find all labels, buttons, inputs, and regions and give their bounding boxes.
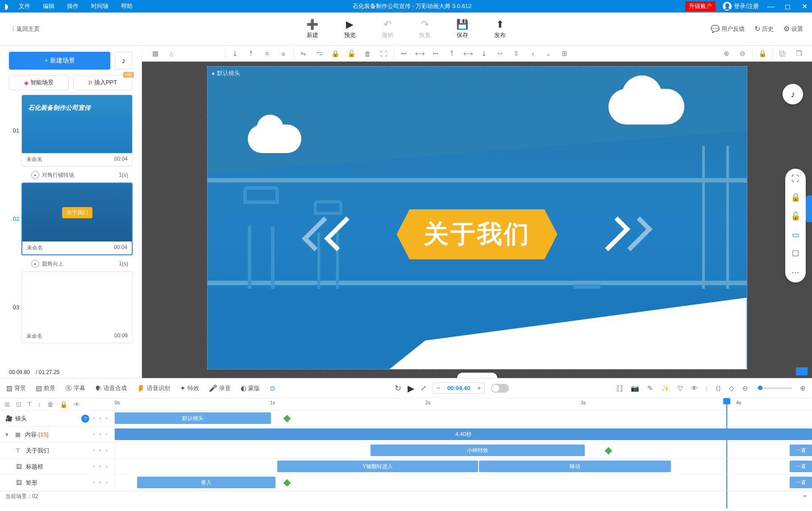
canvas-stage[interactable]: 默认镜头 关于我们 ⌄ ♪ ⛶ 🔒 🔓 ▭ ☐ [142, 62, 812, 378]
lock-closed-icon[interactable]: 🔒 [791, 192, 800, 202]
side-panel-tab[interactable] [806, 195, 812, 222]
music-button[interactable]: ♪ [115, 52, 133, 70]
timeline-lanes[interactable]: 0s 1s 2s 3s 4s 默认镜头 4.40秒 小样特效 一直 Y轴翻转进入 [115, 398, 812, 491]
effect-button[interactable]: ✦特效 [180, 384, 199, 392]
lock-open-icon[interactable]: 🔓 [791, 211, 800, 221]
clip-always[interactable]: 一直 [790, 461, 812, 472]
save-button[interactable]: 💾保存 [444, 19, 481, 39]
transition-row[interactable]: 圆角向上1(s) [11, 258, 133, 271]
trash-icon[interactable]: 🗑 [360, 50, 376, 58]
asr-button[interactable]: 👂语音识别 [137, 384, 170, 392]
track-head-text[interactable]: T关于我们• • • [0, 443, 114, 459]
close-button[interactable]: ✕ [797, 2, 812, 11]
menu-edit[interactable]: 编辑 [37, 0, 61, 12]
paste-icon[interactable]: ❐ [791, 50, 807, 58]
flip-h-icon[interactable]: ⇋ [296, 50, 312, 58]
group-icon[interactable]: ⊞ [557, 50, 573, 58]
space-h-icon[interactable]: ⫞ [525, 50, 541, 58]
fullscreen-icon[interactable]: ⤢ [421, 384, 426, 392]
clip-content[interactable]: 4.40秒 [115, 428, 812, 440]
transition-row[interactable]: 对角行铺转场1(s) [11, 169, 133, 183]
import-ppt-button[interactable]: P插入PPTVIP [73, 75, 133, 90]
screen-icon[interactable]: ▭ [792, 230, 800, 240]
lane-rect[interactable]: 卷入 一直 [115, 475, 812, 491]
bracket-icon[interactable]: ⟦⟧ [616, 384, 623, 392]
tts-button[interactable]: 🗣语音合成 [95, 384, 127, 392]
dist-v-icon[interactable]: ⇳ [508, 50, 525, 58]
align-right-icon[interactable]: ⤠ [428, 50, 444, 58]
publish-button[interactable]: ⬆发布 [481, 19, 519, 39]
mask-button[interactable]: ◐蒙版 [241, 384, 260, 392]
align-bottom-icon[interactable]: ⤓ [227, 50, 243, 58]
chevron-down-icon[interactable]: ▾ [5, 431, 15, 438]
lock-view-icon[interactable]: 🔒 [754, 50, 770, 58]
filter-icon[interactable]: ▽ [678, 384, 683, 392]
add-track-icon[interactable]: ⊞ [4, 401, 10, 408]
clip-camera[interactable]: 默认镜头 [115, 412, 271, 424]
zoom-in-icon[interactable]: ⊕ [718, 50, 734, 58]
collapse-handle-icon[interactable]: ═ [803, 493, 807, 500]
lane-text[interactable]: 小样特效 一直 [115, 443, 812, 459]
menu-action[interactable]: 操作 [61, 0, 85, 12]
home-icon[interactable]: ⌂ [163, 50, 179, 58]
align-vcenter-icon[interactable]: ⟷ [460, 50, 476, 58]
sort-icon[interactable]: ↕ [38, 401, 41, 408]
clip-title-in[interactable]: Y轴翻转进入 [277, 461, 478, 472]
eye-icon[interactable]: 👁 [691, 384, 698, 392]
edit-icon[interactable]: ✎ [647, 384, 653, 392]
scene-list[interactable]: 01 石化装备制作公司宣传 未命名00:04 对角行铺转场1(s) 02 关于我… [0, 95, 142, 366]
loop-icon[interactable]: ↻ [395, 383, 401, 393]
time-stepper[interactable]: − 00:04.40 + [433, 382, 485, 394]
text-icon[interactable]: T [28, 401, 32, 408]
clip-text-effect[interactable]: 小样特效 [371, 445, 585, 456]
track-head-rect[interactable]: 🖼矩形• • • [0, 475, 114, 491]
undo-button[interactable]: ↶撤销 [369, 19, 406, 39]
align-top-icon[interactable]: ⤒ [243, 50, 259, 58]
collapse-stage-button[interactable]: ⌄ [457, 373, 497, 378]
zoom-in-tl-icon[interactable]: ⊕ [800, 384, 806, 392]
lane-content[interactable]: 4.40秒 [115, 427, 812, 443]
about-title[interactable]: 关于我们 [397, 209, 558, 259]
fg-button[interactable]: ▤前景 [36, 384, 55, 392]
crop-icon[interactable]: ⛶ [376, 50, 392, 58]
align-bottom2-icon[interactable]: ⤓ [476, 50, 492, 58]
fit-icon[interactable]: ⛶ [791, 174, 800, 183]
keyframe-diamond[interactable] [605, 447, 612, 455]
preview-button[interactable]: ▶预览 [331, 19, 369, 39]
marker-icon[interactable]: ⟨⟩ [716, 384, 721, 392]
lane-camera[interactable]: 默认镜头 [115, 411, 812, 427]
trash-icon[interactable]: 🗑 [47, 401, 54, 408]
zoom-slider[interactable] [756, 387, 792, 389]
help-icon[interactable]: ? [81, 415, 89, 423]
more-icon[interactable]: ⋯ [791, 267, 800, 277]
stage[interactable]: 默认镜头 关于我们 [207, 66, 747, 370]
align-middle-icon[interactable]: ≑ [259, 50, 275, 58]
settings-button[interactable]: ⚙设置 [783, 25, 803, 33]
space-v-icon[interactable]: ⫠ [541, 50, 557, 58]
track-head-titlebox[interactable]: 🖼标题框• • • [0, 459, 114, 475]
wand-icon[interactable]: ✨ [661, 384, 670, 392]
clip-always[interactable]: 一直 [790, 477, 812, 488]
camera-icon[interactable]: 📷 [631, 384, 639, 392]
redo-button[interactable]: ↷恢复 [406, 19, 444, 39]
keyframe-diamond[interactable] [283, 415, 291, 423]
scene-item[interactable]: 01 石化装备制作公司宣传 未命名00:04 [11, 95, 139, 166]
maximize-button[interactable]: ◻ [780, 2, 795, 11]
align-center-icon[interactable]: ≡ [275, 50, 291, 58]
new-scene-button[interactable]: + 新建场景 [9, 52, 110, 70]
scene-item[interactable]: 03 未命名00:09 [11, 271, 139, 343]
menu-help[interactable]: 帮助 [115, 0, 139, 12]
device-icon[interactable]: ☐ [792, 249, 799, 258]
toggle-switch[interactable] [491, 384, 509, 393]
history-button[interactable]: ↻历史 [754, 25, 774, 33]
minimap-icon[interactable] [796, 367, 808, 375]
clip-title-move[interactable]: 移动 [479, 461, 671, 472]
align-left-icon[interactable]: ⤟ [396, 50, 412, 58]
minimize-button[interactable]: — [763, 3, 779, 11]
align-hcenter-icon[interactable]: ⟷ [412, 50, 428, 58]
more-button[interactable]: ⊙ [270, 384, 277, 392]
unlock-icon[interactable]: 🔓 [344, 50, 360, 58]
scene-item[interactable]: 02 关于我们 未命名00:04 [11, 183, 139, 255]
dist-h-icon[interactable]: ⇿ [492, 50, 508, 58]
zoom-out-tl-icon[interactable]: ⊖ [742, 384, 748, 392]
